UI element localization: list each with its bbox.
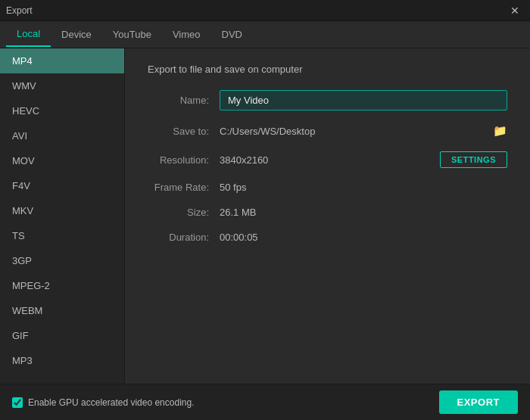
sidebar-item-mp4[interactable]: MP4 — [0, 48, 124, 73]
sidebar-item-wmv[interactable]: WMV — [0, 73, 124, 98]
framerate-row: Frame Rate: 50 fps — [148, 182, 507, 193]
framerate-value: 50 fps — [220, 182, 246, 193]
name-control — [220, 90, 507, 110]
sidebar-item-3gp[interactable]: 3GP — [0, 248, 124, 273]
tab-youtube[interactable]: YouTube — [102, 23, 162, 46]
duration-control: 00:00:05 — [220, 232, 507, 243]
sidebar-item-gif[interactable]: GIF — [0, 323, 124, 348]
size-value: 26.1 MB — [220, 207, 256, 218]
resolution-label: Resolution: — [148, 154, 220, 166]
sidebar-item-avi[interactable]: AVI — [0, 123, 124, 148]
duration-value: 00:00:05 — [220, 232, 258, 243]
content-title: Export to file and save on computer — [148, 64, 507, 75]
size-row: Size: 26.1 MB — [148, 207, 507, 218]
saveto-path: C:/Users/WS/Desktop — [220, 126, 487, 137]
content-area: Export to file and save on computer Name… — [125, 48, 530, 384]
name-input[interactable] — [220, 90, 507, 110]
sidebar-item-mpeg2[interactable]: MPEG-2 — [0, 273, 124, 298]
name-row: Name: — [148, 90, 507, 110]
gpu-label-text: Enable GPU accelerated video encoding. — [28, 397, 194, 408]
sidebar-item-mov[interactable]: MOV — [0, 148, 124, 173]
resolution-control: 3840x2160 SETTINGS — [220, 151, 507, 168]
sidebar-item-ts[interactable]: TS — [0, 223, 124, 248]
bottom-bar: Enable GPU accelerated video encoding. E… — [0, 384, 530, 420]
framerate-label: Frame Rate: — [148, 182, 220, 193]
tab-dvd[interactable]: DVD — [211, 23, 253, 46]
settings-button[interactable]: SETTINGS — [440, 151, 507, 168]
saveto-control: C:/Users/WS/Desktop 📁 — [220, 124, 507, 138]
folder-browse-button[interactable]: 📁 — [493, 124, 507, 138]
resolution-value-row: 3840x2160 SETTINGS — [220, 151, 507, 168]
saveto-label: Save to: — [148, 126, 220, 137]
tab-bar: Local Device YouTube Vimeo DVD — [0, 21, 530, 48]
title-bar: Export ✕ — [0, 0, 530, 21]
window-title: Export — [6, 5, 33, 16]
sidebar-item-mp3[interactable]: MP3 — [0, 348, 124, 373]
size-label: Size: — [148, 207, 220, 218]
saveto-path-row: C:/Users/WS/Desktop 📁 — [220, 124, 507, 138]
sidebar-item-mkv[interactable]: MKV — [0, 198, 124, 223]
main-area: MP4 WMV HEVC AVI MOV F4V MKV TS 3GP MPEG… — [0, 48, 530, 384]
name-label: Name: — [148, 95, 220, 106]
duration-label: Duration: — [148, 232, 220, 243]
saveto-row: Save to: C:/Users/WS/Desktop 📁 — [148, 124, 507, 138]
export-button[interactable]: EXPORT — [439, 390, 518, 414]
resolution-row: Resolution: 3840x2160 SETTINGS — [148, 151, 507, 168]
sidebar-item-f4v[interactable]: F4V — [0, 173, 124, 198]
sidebar-item-webm[interactable]: WEBM — [0, 298, 124, 323]
duration-row: Duration: 00:00:05 — [148, 232, 507, 243]
gpu-checkbox[interactable] — [12, 397, 23, 408]
gpu-label[interactable]: Enable GPU accelerated video encoding. — [12, 397, 194, 408]
tab-local[interactable]: Local — [6, 22, 51, 47]
size-control: 26.1 MB — [220, 207, 507, 218]
sidebar-item-hevc[interactable]: HEVC — [0, 98, 124, 123]
tab-vimeo[interactable]: Vimeo — [162, 23, 211, 46]
resolution-value: 3840x2160 — [220, 154, 440, 166]
format-sidebar: MP4 WMV HEVC AVI MOV F4V MKV TS 3GP MPEG… — [0, 48, 125, 384]
framerate-control: 50 fps — [220, 182, 507, 193]
tab-device[interactable]: Device — [51, 23, 102, 46]
close-button[interactable]: ✕ — [506, 3, 524, 18]
